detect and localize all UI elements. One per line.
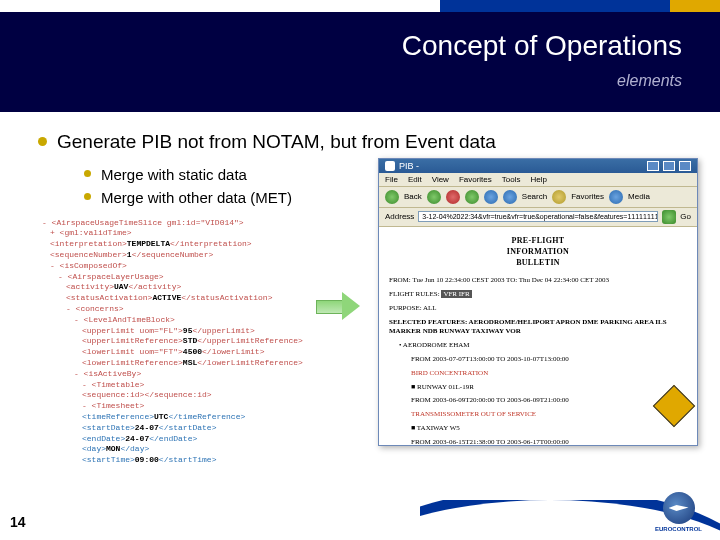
sub-bullet-text: Merge with static data: [101, 165, 247, 185]
slide-subtitle: elements: [38, 72, 682, 90]
bullet-dot-icon: [38, 137, 47, 146]
menu-tools[interactable]: Tools: [502, 175, 521, 184]
menu-help[interactable]: Help: [530, 175, 546, 184]
home-icon[interactable]: [484, 190, 498, 204]
doc-bird: BIRD CONCENTRATION: [411, 369, 687, 379]
doc-features: SELECTED FEATURES: AERODROME/HELIPORT AP…: [389, 318, 687, 338]
close-button[interactable]: [679, 161, 691, 171]
favorites-icon[interactable]: [552, 190, 566, 204]
bullet-dot-icon: [84, 193, 91, 200]
xml-snippet: - <AirspaceUsageTimeSlice gml:id="VID014…: [38, 212, 298, 472]
slide-header: Concept of Operations elements: [0, 12, 720, 112]
doc-from: FROM: Tue Jun 10 22:34:00 CEST 2003 TO: …: [389, 276, 687, 286]
doc-aero-from: FROM 2003-07-07T13:00:00 TO 2003-10-07T1…: [411, 355, 687, 365]
doc-aerodrome: • AERODROME EHAM: [399, 341, 687, 351]
window-title: PIB -: [399, 161, 419, 171]
go-label: Go: [680, 212, 691, 221]
doc-runway: ■ RUNWAY 01L-19R: [411, 383, 687, 393]
forward-icon[interactable]: [427, 190, 441, 204]
address-label: Address: [385, 212, 414, 221]
back-icon[interactable]: [385, 190, 399, 204]
eurocontrol-logo: EUROCONTROL: [655, 492, 702, 532]
menu-favorites[interactable]: Favorites: [459, 175, 492, 184]
media-icon[interactable]: [609, 190, 623, 204]
slide-title: Concept of Operations: [38, 30, 682, 62]
ie-icon: [385, 161, 395, 171]
document-viewport: PRE-FLIGHT INFORMATION BULLETIN FROM: Tu…: [379, 227, 697, 445]
arrow-icon: [316, 292, 360, 320]
menu-view[interactable]: View: [432, 175, 449, 184]
address-bar: Address 3-12-04%2022:34&vfr=true&vfr=tru…: [379, 208, 697, 227]
minimize-button[interactable]: [647, 161, 659, 171]
main-bullet-text: Generate PIB not from NOTAM, but from Ev…: [57, 130, 496, 155]
media-label: Media: [628, 192, 650, 201]
maximize-button[interactable]: [663, 161, 675, 171]
doc-purpose: PURPOSE: ALL: [389, 304, 687, 314]
browser-window: PIB - File Edit View Favorites Tools Hel…: [378, 158, 698, 446]
search-icon[interactable]: [503, 190, 517, 204]
menu-bar: File Edit View Favorites Tools Help: [379, 173, 697, 187]
logo-text: EUROCONTROL: [655, 526, 702, 532]
menu-edit[interactable]: Edit: [408, 175, 422, 184]
back-label: Back: [404, 192, 422, 201]
stop-icon[interactable]: [446, 190, 460, 204]
doc-twy-from: FROM 2003-06-15T21:38:00 TO 2003-06-17T0…: [411, 438, 687, 445]
main-bullet: Generate PIB not from NOTAM, but from Ev…: [38, 130, 682, 155]
doc-rwy-from: FROM 2003-06-09T20:00:00 TO 2003-06-09T2…: [411, 396, 687, 406]
top-accent-bar: [0, 0, 720, 12]
doc-title: PRE-FLIGHT INFORMATION BULLETIN: [389, 235, 687, 269]
doc-flight-rules: FLIGHT RULES: VFR IFR: [389, 290, 687, 300]
doc-taxiway: ■ TAXIWAY W5: [411, 424, 687, 434]
favorites-label: Favorites: [571, 192, 604, 201]
address-input[interactable]: 3-12-04%2022:34&vfr=true&vfr=true&operat…: [418, 211, 658, 222]
go-button[interactable]: [662, 210, 676, 224]
browser-titlebar: PIB -: [379, 159, 697, 173]
page-number: 14: [10, 514, 26, 530]
sub-bullet-text: Merge with other data (MET): [101, 188, 292, 208]
bullet-dot-icon: [84, 170, 91, 177]
search-label: Search: [522, 192, 547, 201]
menu-file[interactable]: File: [385, 175, 398, 184]
logo-icon: [663, 492, 695, 524]
doc-trans: TRANSMISSOMETER OUT OF SERVICE: [411, 410, 687, 420]
toolbar: Back Search Favorites Media: [379, 187, 697, 208]
refresh-icon[interactable]: [465, 190, 479, 204]
